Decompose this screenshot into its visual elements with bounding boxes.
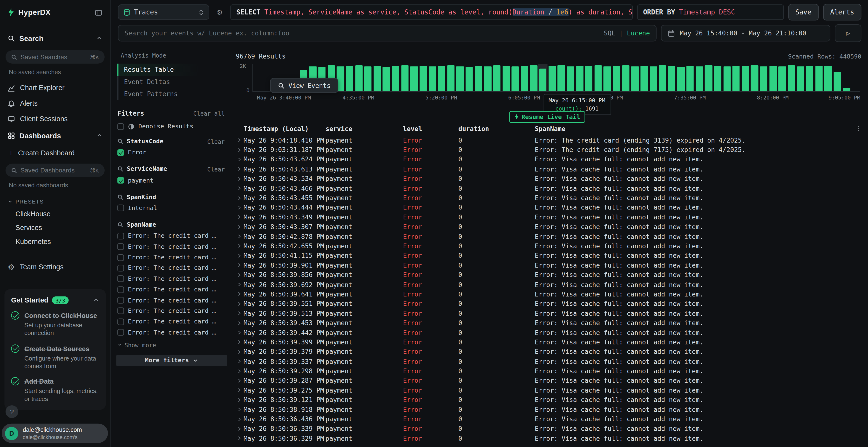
histogram-bar[interactable] (722, 64, 732, 91)
histogram-bar[interactable] (520, 64, 529, 91)
table-row[interactable]: May 26 8:50:39.453 PMpaymentError0Error:… (236, 318, 861, 328)
create-dashboard-button[interactable]: + Create Dashboard (0, 145, 110, 161)
histogram-bar[interactable] (428, 64, 437, 91)
histogram-bar[interactable] (685, 64, 695, 91)
histogram-bar[interactable] (492, 64, 501, 91)
histogram-bar[interactable] (501, 64, 511, 91)
resume-live-tail-button[interactable]: Resume Live Tail (509, 111, 585, 123)
checkbox[interactable] (117, 308, 124, 314)
get-started-header[interactable]: Get Started 3/3 (11, 295, 99, 305)
histogram-bar[interactable] (805, 64, 814, 91)
table-row[interactable]: May 26 8:50:39.641 PMpaymentError0Error:… (236, 289, 861, 299)
denoise-results-checkbox[interactable]: Denoise Results (117, 123, 227, 130)
filter-checkbox-item[interactable]: Error: The credit card … (116, 295, 227, 306)
row-expand-chevron[interactable] (236, 369, 243, 374)
get-started-item[interactable]: Connect to ClickHouse Set up your databa… (11, 305, 99, 338)
row-expand-chevron[interactable] (236, 167, 243, 172)
histogram-bar[interactable] (363, 64, 373, 91)
column-header-service[interactable]: service (324, 125, 402, 133)
table-row[interactable]: May 26 8:50:39.298 PMpaymentError0Error:… (236, 366, 861, 376)
sql-mode-toggle[interactable]: SQL (604, 29, 615, 37)
table-row[interactable]: May 26 8:50:39.513 PMpaymentError0Error:… (236, 309, 861, 318)
event-search-input[interactable]: Search your events w/ Lucene ex. column:… (118, 25, 656, 41)
table-row[interactable]: May 26 8:50:39.692 PMpaymentError0Error:… (236, 280, 861, 289)
row-expand-chevron[interactable] (236, 224, 243, 229)
histogram-bar[interactable] (437, 64, 446, 91)
row-expand-chevron[interactable] (236, 196, 243, 201)
histogram-bar[interactable] (759, 64, 768, 91)
table-row[interactable]: May 26 8:50:43.613 PMpaymentError0Error:… (236, 164, 861, 174)
filter-checkbox-item[interactable]: Error (116, 147, 227, 158)
row-expand-chevron[interactable] (236, 272, 243, 277)
table-row[interactable]: May 26 8:50:43.307 PMpaymentError0Error:… (236, 222, 861, 232)
histogram-bar[interactable] (483, 64, 492, 91)
table-row[interactable]: May 26 8:50:39.287 PMpaymentError0Error:… (236, 376, 861, 386)
table-row[interactable]: May 26 8:50:39.379 PMpaymentError0Error:… (236, 347, 861, 357)
checkbox[interactable] (117, 243, 124, 250)
histogram-bar[interactable] (354, 64, 363, 91)
preset-kubernetes[interactable]: Kubernetes (0, 234, 110, 248)
sidebar-item-team-settings[interactable]: ⚙ Team Settings (0, 260, 110, 275)
row-expand-chevron[interactable] (236, 157, 243, 162)
histogram-bar[interactable] (511, 64, 520, 91)
sidebar-item-dashboards[interactable]: Dashboards (0, 127, 110, 145)
checkbox[interactable] (117, 149, 124, 156)
table-row[interactable]: May 26 8:50:41.115 PMpaymentError0Error:… (236, 251, 861, 261)
clear-all-filters-button[interactable]: Clear all (193, 110, 225, 117)
checkbox[interactable] (117, 205, 124, 211)
checkbox[interactable] (117, 297, 124, 304)
histogram-bar[interactable] (612, 64, 621, 91)
histogram-bar[interactable] (529, 64, 538, 91)
filter-checkbox-item[interactable]: Error: The credit card … (116, 274, 227, 284)
table-row[interactable]: May 26 8:50:36.339 PMpaymentError0Error:… (236, 424, 861, 434)
histogram-bar[interactable] (649, 64, 658, 91)
column-header-level[interactable]: level (402, 125, 457, 133)
histogram-bar[interactable] (548, 64, 557, 91)
histogram-bar[interactable] (732, 64, 741, 91)
histogram-bar[interactable] (833, 64, 842, 91)
histogram-bar[interactable] (741, 64, 750, 91)
checkbox[interactable] (117, 177, 124, 184)
alerts-button[interactable]: Alerts (823, 4, 861, 21)
table-row[interactable]: May 26 8:50:38.918 PMpaymentError0Error:… (236, 405, 861, 414)
table-row[interactable]: May 26 8:50:43.349 PMpaymentError0Error:… (236, 212, 861, 222)
table-row[interactable]: May 26 8:50:43.534 PMpaymentError0Error:… (236, 174, 861, 183)
table-row[interactable]: May 26 8:50:39.337 PMpaymentError0Error:… (236, 357, 861, 366)
preset-clickhouse[interactable]: ClickHouse (0, 207, 110, 220)
filter-checkbox-item[interactable]: Error: The credit card … (116, 316, 227, 327)
row-expand-chevron[interactable] (236, 398, 243, 403)
table-row[interactable]: May 26 8:50:43.444 PMpaymentError0Error:… (236, 203, 861, 212)
row-expand-chevron[interactable] (236, 436, 243, 441)
checkbox[interactable] (117, 329, 124, 336)
filter-checkbox-item[interactable]: Error: The credit card … (116, 306, 227, 316)
table-row[interactable]: May 26 8:50:39.856 PMpaymentError0Error:… (236, 270, 861, 280)
source-settings-gear-icon[interactable]: ⚙ (214, 7, 226, 17)
row-expand-chevron[interactable] (236, 388, 243, 393)
table-row[interactable]: May 26 8:50:43.466 PMpaymentError0Error:… (236, 183, 861, 193)
row-expand-chevron[interactable] (236, 234, 243, 239)
source-select[interactable]: Traces (118, 4, 209, 20)
histogram-bar[interactable] (640, 64, 649, 91)
row-expand-chevron[interactable] (236, 253, 243, 258)
filter-checkbox-item[interactable]: Error: The credit card … (116, 252, 227, 263)
histogram-bar[interactable] (676, 64, 685, 91)
column-header-timestamp[interactable]: Timestamp (Local) (243, 125, 324, 133)
histogram-bar[interactable] (842, 64, 851, 91)
preset-services[interactable]: Services (0, 220, 110, 234)
histogram-bar[interactable] (667, 64, 676, 91)
histogram-bar[interactable] (796, 64, 805, 91)
histogram-bar[interactable] (713, 64, 722, 91)
analysis-mode-tab[interactable]: Event Patterns (117, 88, 227, 100)
table-row[interactable]: May 26 8:50:43.624 PMpaymentError0Error:… (236, 154, 861, 164)
filter-clear-button[interactable]: Clear (207, 138, 225, 145)
table-row[interactable]: May 26 8:50:39.901 PMpaymentError0Error:… (236, 261, 861, 270)
filter-checkbox-item[interactable]: payment (116, 175, 227, 185)
row-expand-chevron[interactable] (236, 215, 243, 220)
get-started-item[interactable]: Add Data Start sending logs, metrics, or… (11, 371, 99, 404)
row-expand-chevron[interactable] (236, 176, 243, 181)
table-options-icon[interactable]: ⋮ (855, 125, 861, 132)
histogram-bar[interactable] (824, 64, 833, 91)
histogram-bar[interactable] (768, 64, 778, 91)
filter-checkbox-item[interactable]: Error: The credit card … (116, 231, 227, 241)
row-expand-chevron[interactable] (236, 291, 243, 297)
